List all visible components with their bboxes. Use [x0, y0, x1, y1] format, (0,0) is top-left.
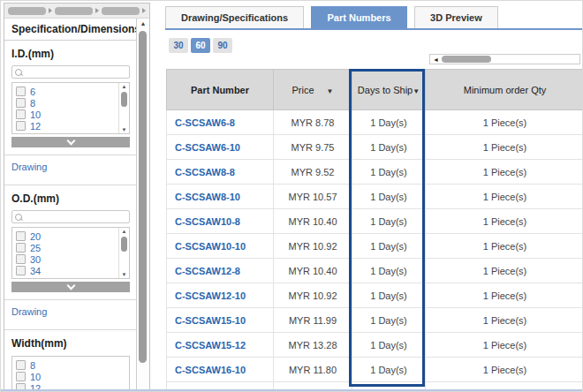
filter-option[interactable]: 25	[16, 242, 118, 253]
slider-segment[interactable]	[8, 7, 46, 15]
table-row: C-SCSAW8-10 MYR 10.57 1 Day(s) 1 Piece(s…	[167, 185, 583, 209]
checkbox[interactable]	[16, 372, 26, 381]
days-to-ship-cell: 1 Day(s)	[352, 209, 426, 234]
checkbox[interactable]	[16, 98, 26, 108]
od-filter-list: 20 25 30	[11, 227, 130, 279]
table-horizontal-scrollbar[interactable]: ◄	[429, 54, 580, 64]
sort-arrow-icon[interactable]: ▼	[413, 87, 420, 95]
slider-segment[interactable]	[55, 7, 93, 15]
filter-option-label: 30	[30, 254, 41, 265]
checkbox[interactable]	[16, 231, 26, 241]
part-number-link[interactable]: C-SCSAW6-8	[167, 110, 274, 135]
tab-bar: Drawing/Specifications Part Numbers 3D P…	[165, 6, 582, 30]
price-cell: MYR 10.92	[274, 234, 352, 259]
filter-option[interactable]: 8	[16, 359, 129, 371]
filter-option[interactable]: 8	[16, 97, 118, 109]
list-scrollbar[interactable]: ▲ ▼	[118, 83, 129, 133]
filter-option[interactable]: 34	[16, 265, 118, 276]
tab-drawing-specifications[interactable]: Drawing/Specifications	[165, 6, 304, 28]
scrollbar-thumb[interactable]	[121, 237, 127, 252]
section-heading-width: Width(mm)	[4, 330, 137, 352]
min-order-qty-cell: 1 Piece(s)	[426, 358, 583, 382]
scrollbar-thumb[interactable]	[139, 31, 147, 363]
arrow-right-icon	[49, 8, 52, 13]
part-number-link[interactable]: C-SCSAW6-10	[167, 135, 274, 160]
min-order-qty-cell: 1 Piece(s)	[426, 259, 583, 283]
filter-option[interactable]: 10	[16, 109, 118, 120]
expand-list-button[interactable]	[11, 137, 130, 147]
main-content: Drawing/Specifications Part Numbers 3D P…	[165, 1, 582, 391]
scroll-left-icon[interactable]: ◄	[430, 57, 442, 63]
chevron-down-icon	[66, 137, 75, 146]
column-header-days-to-ship[interactable]: Days to Ship▼	[352, 70, 426, 110]
sort-arrow-icon[interactable]: ▼	[327, 87, 334, 95]
price-cell: MYR 9.52	[274, 160, 352, 185]
section-heading-od: O.D.(mm)	[4, 185, 137, 207]
checkbox[interactable]	[16, 87, 26, 96]
checkbox[interactable]	[16, 243, 26, 253]
tab-part-numbers[interactable]: Part Numbers	[311, 6, 406, 28]
column-header-minimum-order-qty[interactable]: Minimum order Qty	[426, 70, 583, 110]
price-cell: MYR 10.57	[274, 185, 352, 209]
part-number-link[interactable]: C-SCSAW8-10	[167, 185, 274, 209]
od-search-box[interactable]	[11, 210, 130, 223]
part-number-link[interactable]: C-SCSAW15-12	[167, 333, 274, 358]
scroll-down-icon[interactable]: ▼	[119, 127, 129, 132]
filter-option[interactable]: 12	[16, 120, 118, 132]
drawing-link[interactable]: Drawing	[4, 300, 137, 322]
part-number-link[interactable]: C-SCSAW8-8	[167, 160, 274, 185]
checkbox[interactable]	[16, 254, 26, 264]
part-number-link[interactable]: C-SCSAW10-10	[167, 234, 274, 259]
price-cell: MYR 11.80	[274, 358, 352, 382]
scroll-up-icon[interactable]: ▲	[137, 20, 149, 26]
scroll-up-icon[interactable]: ▲	[119, 229, 129, 234]
part-number-link[interactable]: C-SCSAW12-10	[167, 283, 274, 308]
scroll-down-icon[interactable]: ▼	[119, 272, 129, 277]
checkbox[interactable]	[16, 109, 26, 119]
part-number-table-wrap: Part Number Price▼ Days to Ship▼ Minimum…	[166, 69, 583, 392]
page-size-60-button[interactable]: 60	[191, 38, 210, 53]
slider-segment[interactable]	[102, 7, 140, 15]
column-header-part-number[interactable]: Part Number	[167, 70, 274, 110]
scroll-up-icon[interactable]: ▲	[119, 84, 129, 89]
checkbox[interactable]	[16, 360, 26, 370]
collapsed-slider-bar	[4, 4, 149, 19]
filter-option[interactable]: 20	[16, 230, 118, 242]
part-number-link[interactable]: C-SCSAW16-10	[167, 358, 274, 382]
list-scrollbar[interactable]: ▲ ▼	[118, 228, 129, 278]
filter-option[interactable]: 6	[16, 86, 118, 97]
filter-option-label: 10	[30, 109, 41, 120]
part-number-link[interactable]: C-SCSAW15-10	[167, 308, 274, 333]
checkbox[interactable]	[16, 121, 26, 131]
column-header-price[interactable]: Price▼	[274, 70, 352, 110]
scrollbar-thumb[interactable]	[442, 56, 491, 63]
id-filter-list: 6 8 10	[11, 82, 130, 134]
filter-option-label: 8	[30, 98, 35, 109]
tab-3d-preview[interactable]: 3D Preview	[414, 6, 498, 28]
price-cell: MYR 9.75	[274, 135, 352, 160]
part-number-link[interactable]: C-SCSAW12-8	[167, 259, 274, 283]
scrollbar-thumb[interactable]	[121, 92, 127, 107]
filter-sidebar: ▲ Specification/Dimensions I.D.(mm)	[4, 3, 150, 392]
part-number-link[interactable]: C-SCSAW10-8	[167, 209, 274, 234]
table-row: C-SCSAW15-10 MYR 11.99 1 Day(s) 1 Piece(…	[167, 308, 583, 333]
sidebar-scrollbar[interactable]: ▲	[136, 19, 149, 392]
table-row: C-SCSAW10-8 MYR 10.40 1 Day(s) 1 Piece(s…	[167, 209, 583, 234]
search-icon	[15, 69, 22, 76]
filter-option[interactable]: 30	[16, 253, 118, 265]
filter-option[interactable]: 10	[16, 371, 129, 382]
price-cell: MYR 10.40	[274, 259, 352, 283]
expand-list-button[interactable]	[11, 282, 130, 292]
days-to-ship-cell: 1 Day(s)	[352, 358, 426, 382]
arrow-right-icon	[142, 8, 146, 13]
page-size-30-button[interactable]: 30	[169, 38, 188, 53]
checkbox[interactable]	[16, 266, 26, 275]
id-search-input[interactable]	[22, 66, 126, 78]
od-search-input[interactable]	[22, 211, 126, 222]
days-to-ship-cell: 1 Day(s)	[352, 185, 426, 209]
table-row: C-SCSAW16-10 MYR 11.80 1 Day(s) 1 Piece(…	[167, 358, 583, 382]
page: ▲ Specification/Dimensions I.D.(mm)	[0, 0, 583, 392]
page-size-90-button[interactable]: 90	[213, 38, 232, 53]
id-search-box[interactable]	[11, 65, 130, 79]
drawing-link[interactable]: Drawing	[4, 155, 137, 177]
